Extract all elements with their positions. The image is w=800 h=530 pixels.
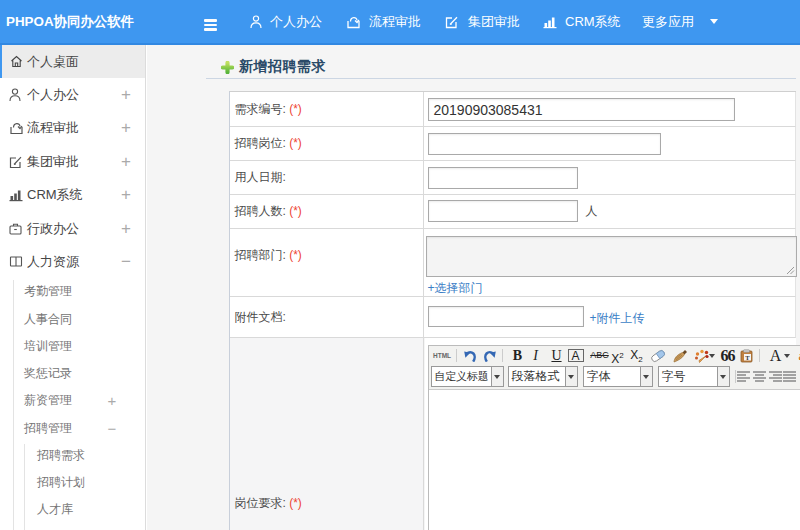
svg-text:T: T [745, 353, 750, 360]
